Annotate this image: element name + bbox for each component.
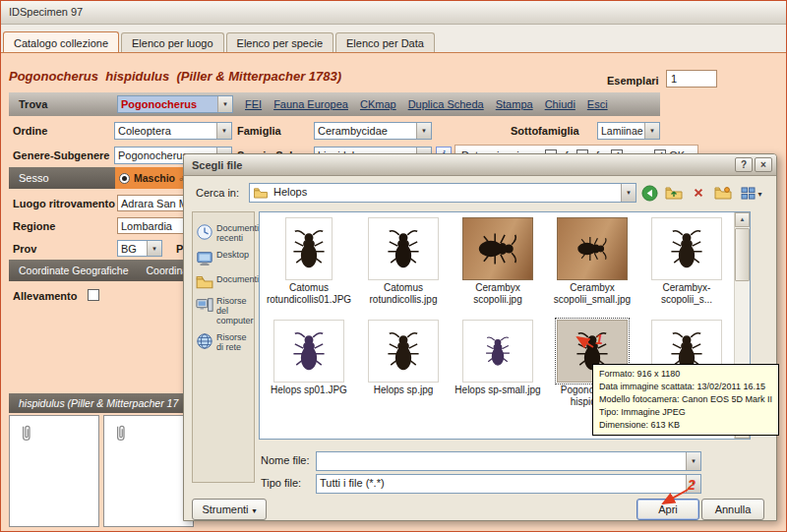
paperclip-icon [18, 422, 33, 445]
famiglia-select[interactable]: Cerambycidae [314, 122, 432, 140]
up-one-level-button[interactable] [663, 183, 685, 203]
place-risorse-rete[interactable]: Risorse di rete [196, 332, 251, 352]
link-duplica-scheda[interactable]: Duplica Scheda [408, 98, 484, 110]
file-dialog: Scegli file ? × Cerca in: Helops [183, 153, 777, 521]
tab-elenco-per-luogo[interactable]: Elenco per luogo [121, 32, 224, 52]
trova-label: Trova [19, 98, 105, 110]
place-desktop[interactable]: Desktop [196, 250, 251, 267]
cerca-in-label: Cerca in: [196, 187, 239, 199]
link-ckmap[interactable]: CKmap [360, 98, 396, 110]
dialog-titlebar[interactable]: Scegli file ? × [184, 154, 776, 176]
prov-select[interactable]: BG [117, 240, 162, 257]
file-item[interactable]: Cerambyx-scopolii_s... [639, 214, 734, 317]
place-documenti[interactable]: Documenti [196, 274, 251, 289]
file-info-tooltip: Formato: 916 x 1180 Data immagine scatta… [592, 364, 779, 436]
beetle-photo-thumbnail [575, 236, 609, 262]
beetle-thumbnail [670, 227, 703, 270]
folder-up-icon [665, 186, 683, 200]
tooltip-data: Data immagine scattata: 13/02/2011 16.15 [599, 381, 772, 393]
attachments-header: hispidulus (Piller & Mitterpacher 17 [9, 393, 184, 413]
esemplari-label: Esemplari [607, 75, 659, 87]
scrollbar-thumb[interactable] [735, 228, 750, 281]
apri-button[interactable]: Apri [636, 499, 699, 520]
find-toolbar: Trova Pogonocherus FEI Fauna Europea CKm… [9, 92, 660, 116]
views-caret-icon [756, 187, 761, 199]
link-fei[interactable]: FEI [245, 98, 262, 110]
coordinate-header: Coordinate Geografiche Coordinate [9, 260, 184, 281]
dropdown-arrow-icon[interactable] [416, 123, 431, 139]
attachment-slot[interactable] [9, 415, 99, 527]
app-titlebar[interactable]: IDSpecimen 97 [1, 1, 786, 25]
close-button[interactable]: × [755, 157, 772, 172]
beetle-thumbnail [485, 334, 511, 368]
app-title: IDSpecimen 97 [9, 6, 83, 18]
back-button[interactable] [638, 183, 660, 203]
documents-folder-icon [196, 274, 213, 289]
views-button[interactable] [737, 183, 766, 203]
help-button[interactable]: ? [735, 157, 753, 172]
dropdown-arrow-icon[interactable] [686, 452, 700, 470]
link-chiudi[interactable]: Chiudi [545, 98, 575, 110]
file-item[interactable]: Cerambyx scopolii.jpg [451, 214, 545, 317]
views-grid-icon [741, 187, 756, 200]
new-folder-icon [714, 186, 732, 200]
annulla-button[interactable]: Annulla [701, 499, 764, 520]
sottofamiglia-label: Sottofamiglia [511, 125, 579, 137]
nome-file-input[interactable] [316, 451, 701, 471]
allevamento-label: Allevamento [13, 290, 77, 302]
famiglia-label: Famiglia [237, 125, 281, 137]
dropdown-arrow-icon[interactable] [216, 123, 231, 139]
dropdown-arrow-icon[interactable] [621, 184, 636, 202]
file-item[interactable]: Helops sp.jpg [356, 317, 451, 419]
delete-button[interactable] [688, 183, 709, 203]
link-fauna-europea[interactable]: Fauna Europea [273, 98, 348, 110]
dropdown-arrow-icon[interactable] [217, 96, 232, 112]
scroll-up-icon[interactable] [735, 212, 750, 227]
back-icon [641, 185, 658, 202]
file-item[interactable] [262, 419, 356, 440]
attachment-slot[interactable] [103, 415, 194, 527]
ordine-select[interactable]: Coleoptera [114, 122, 232, 140]
places-bar: Documenti recenti Desktop Documenti Riso… [192, 211, 255, 483]
tooltip-fotocamera: Modello fotocamera: Canon EOS 5D Mark II [599, 393, 772, 406]
tab-elenco-per-data[interactable]: Elenco per Data [335, 32, 435, 52]
file-item[interactable]: Catomus rotundicollis.jpg [356, 214, 451, 317]
sesso-selected: Maschio ♂ [134, 172, 186, 184]
dropdown-arrow-icon[interactable] [644, 123, 659, 139]
my-computer-icon [196, 296, 213, 314]
place-documenti-recenti[interactable]: Documenti recenti [196, 223, 251, 243]
tab-catalogo-collezione[interactable]: Catalogo collezione [3, 31, 119, 52]
strumenti-button[interactable]: Strumenti [192, 499, 267, 520]
esemplari-field[interactable]: 1 [666, 70, 717, 88]
beetle-thumbnail [292, 227, 326, 270]
species-title: Pogonocherus hispidulus (Piller & Mitter… [9, 69, 341, 84]
tooltip-formato: Formato: 916 x 1180 [599, 368, 772, 381]
tab-elenco-per-specie[interactable]: Elenco per specie [226, 32, 333, 52]
trova-select[interactable]: Pogonocherus [117, 95, 233, 113]
luogo-label: Luogo ritrovamento [13, 198, 115, 209]
tooltip-tipo: Tipo: Immagine JPEG [599, 406, 772, 419]
sesso-radio-maschio[interactable] [119, 173, 130, 184]
prov-label: Prov [13, 243, 36, 255]
sottofamiglia-select[interactable]: Lamiinae [597, 122, 660, 140]
file-item[interactable]: Catomus rotundicollis01.JPG [262, 214, 356, 317]
tipo-file-label: Tipo file: [261, 477, 301, 489]
file-item[interactable]: Helops sp01.JPG [262, 317, 356, 419]
tooltip-dimensione: Dimensione: 613 KB [599, 419, 772, 432]
new-folder-button[interactable] [712, 183, 734, 203]
ordine-label: Ordine [13, 125, 47, 137]
link-esci[interactable]: Esci [587, 98, 608, 110]
dropdown-arrow-icon[interactable] [147, 241, 161, 256]
tipo-file-select[interactable]: Tutti i file (*.*) [316, 474, 701, 494]
link-stampa[interactable]: Stampa [496, 98, 533, 110]
sesso-label: Sesso [19, 172, 49, 184]
dropdown-arrow-icon[interactable] [686, 475, 700, 493]
file-item[interactable]: Helops sp-small.jpg [451, 317, 545, 419]
place-risorse-computer[interactable]: Risorse del computer [196, 296, 251, 325]
cerca-in-select[interactable]: Helops [249, 183, 636, 203]
attachments-header-label: hispidulus (Piller & Mitterpacher 17 [19, 397, 178, 409]
dialog-toolbar [638, 183, 766, 203]
file-item[interactable]: Cerambyx scopolii_small.jpg [545, 214, 639, 317]
genere-label: Genere-Subgenere [13, 149, 109, 161]
allevamento-checkbox[interactable] [88, 289, 99, 301]
